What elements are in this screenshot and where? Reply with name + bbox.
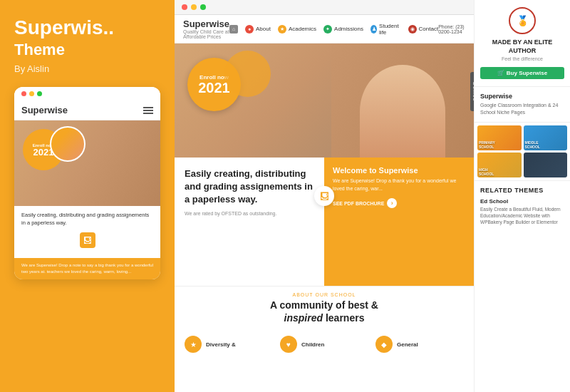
diversity-label: Diversity & (206, 341, 236, 348)
screenshot-high-label: HIGHSCHOOL (479, 167, 494, 176)
site-hero: Enroll now 2021 Demos (175, 43, 474, 158)
mobile-description: Easily creating, distributing and gradin… (21, 212, 153, 227)
mobile-browser-dots (14, 87, 160, 100)
theme-screenshots: PRIMARYSCHOOL MIDDLESCHOOL HIGHSCHOOL (475, 123, 570, 181)
theme-description: Google Classroom Integration & 24 School… (480, 102, 564, 116)
student-icon: ♟ (370, 25, 377, 33)
related-themes-section: RELATED THEMES Ed School Easily Create a… (475, 181, 570, 237)
site-logo-text: Superwise (183, 19, 229, 29)
related-theme-desc: Easily Create a Beautiful Fluid, Modern … (480, 206, 564, 225)
hero-background: Enroll now 2021 (175, 43, 474, 158)
bottom-col-diversity: ★ Diversity & (185, 336, 273, 353)
nav-admissions-label: Admissions (334, 26, 363, 32)
author-title: MADE BY AN ELITE AUTHOR (480, 38, 564, 55)
demos-tab[interactable]: Demos (470, 72, 474, 111)
theme-title: Superwis.. (14, 17, 160, 39)
nav-about-label: About (256, 26, 271, 32)
buy-icon: 🛒 (497, 70, 504, 76)
site-phone: Phone: (23) 0200-1234 (438, 24, 465, 34)
mobile-dot-yellow (29, 91, 34, 96)
site-header: Superwise Quality Child Care at Affordab… (175, 15, 474, 43)
screenshot-primary[interactable]: PRIMARYSCHOOL (477, 125, 522, 150)
general-icon: ◆ (375, 336, 393, 353)
nav-contact[interactable]: ◉ Contact (408, 25, 439, 33)
nav-contact-label: Contact (419, 26, 439, 32)
nav-academics[interactable]: ★ Academics (278, 25, 316, 33)
screenshot-middle-label: MIDDLESCHOOL (525, 140, 540, 149)
browser-dot-green (200, 4, 206, 10)
academics-icon: ★ (278, 25, 286, 33)
mobile-circle-image (50, 126, 86, 162)
content-left: Easily creating, distributing and gradin… (175, 158, 324, 286)
browser-dot-yellow (191, 4, 197, 10)
middle-panel: Superwise Quality Child Care at Affordab… (175, 0, 474, 392)
bottom-col-children: ♥ Children (280, 336, 368, 353)
screenshot-middle[interactable]: MIDDLESCHOOL (524, 125, 568, 150)
content-right-yellow: ⛾ Welcome to Superwise We are Superwise!… (324, 158, 474, 286)
brochure-label: SEE PDF BROCHURE (333, 201, 384, 206)
site-nav: ⌂ ● About ★ Academics ✦ Admissions ♟ Stu… (229, 23, 438, 36)
right-panel: 🏅 MADE BY AN ELITE AUTHOR Feel the diffe… (474, 0, 570, 392)
screenshot-primary-label: PRIMARYSCHOOL (479, 140, 495, 149)
related-themes-title: RELATED THEMES (480, 187, 564, 194)
mobile-dot-green (37, 91, 42, 96)
site-content: Easily creating, distributing and gradin… (175, 158, 474, 286)
nav-student-label: Student life (379, 23, 400, 36)
hero-girl-image (331, 43, 474, 158)
children-icon: ♥ (280, 336, 297, 353)
welcome-title: Welcome to Superwise (333, 166, 465, 175)
mobile-preview-card: Superwise Enroll now 2021 Easily creatin… (14, 87, 160, 279)
about-section: About our School A community of best & i… (175, 286, 474, 330)
children-label: Children (301, 341, 324, 348)
about-label: About our School (185, 292, 464, 297)
mobile-footer-text: We are Superwise! Drop a note to say a b… (21, 262, 153, 275)
author-badge-icon: 🏅 (509, 7, 536, 34)
rated-text: We are rated by OFSTED as outstanding. (185, 211, 314, 216)
site-tagline: Quality Child Care at Affordable Prices (183, 29, 229, 39)
mobile-logo: Superwise (21, 105, 68, 115)
buy-button[interactable]: 🛒 Buy Superwise (480, 67, 564, 79)
mobile-hero: Enroll now 2021 (14, 120, 160, 206)
screenshot-grid: PRIMARYSCHOOL MIDDLESCHOOL HIGHSCHOOL (477, 125, 567, 177)
contact-icon: ◉ (408, 25, 417, 33)
theme-name: Superwise (480, 93, 564, 100)
home-icon: ⌂ (229, 25, 238, 33)
about-title: A community of best & inspired learners (185, 299, 464, 324)
nav-home[interactable]: ⌂ (229, 25, 238, 33)
arrow-right-icon: › (387, 198, 397, 208)
admissions-icon: ✦ (323, 25, 332, 33)
hamburger-icon[interactable] (143, 107, 153, 114)
bottom-columns: ★ Diversity & ♥ Children ◆ General (175, 336, 474, 357)
about-icon: ● (245, 25, 254, 33)
theme-info-section: Superwise Google Classroom Integration &… (475, 87, 570, 123)
buy-label: Buy Superwise (507, 70, 547, 76)
theme-subtitle: Theme (14, 41, 160, 59)
enroll-year: 2021 (198, 81, 230, 95)
browser-dot-red (182, 4, 187, 10)
mobile-header: Superwise (14, 100, 160, 120)
author-subtitle: Feel the difference (480, 56, 564, 61)
puzzle-mid-icon: ⛾ (314, 186, 334, 206)
site-logo: Superwise Quality Child Care at Affordab… (183, 19, 229, 39)
screenshot-high[interactable]: HIGHSCHOOL (477, 153, 522, 177)
brochure-button[interactable]: SEE PDF BROCHURE › (333, 198, 465, 208)
nav-academics-label: Academics (289, 26, 316, 32)
nav-about[interactable]: ● About (245, 25, 271, 33)
general-label: General (397, 341, 418, 348)
welcome-body: We are Superwise! Drop a thank you for a… (333, 177, 465, 192)
content-main-text: Easily creating, distributing and gradin… (185, 167, 314, 207)
site-logo-area: Superwise Quality Child Care at Affordab… (183, 19, 229, 39)
mobile-body: Easily creating, distributing and gradin… (14, 206, 160, 258)
screenshot-extra[interactable] (524, 153, 568, 177)
related-theme-name: Ed School (480, 198, 564, 205)
nav-admissions[interactable]: ✦ Admissions (323, 25, 363, 33)
about-title-part2: inspired (284, 312, 323, 324)
nav-student[interactable]: ♟ Student life (370, 23, 401, 36)
about-title-part1: A community of best & (270, 299, 378, 311)
related-theme-item-edschool: Ed School Easily Create a Beautiful Flui… (480, 198, 564, 225)
author-section: 🏅 MADE BY AN ELITE AUTHOR Feel the diffe… (475, 0, 570, 87)
medal-icon: 🏅 (517, 15, 529, 26)
mobile-dot-red (21, 91, 26, 96)
left-panel: Superwis.. Theme By Aislin Superwise Enr… (0, 0, 175, 392)
browser-bar (175, 0, 474, 15)
